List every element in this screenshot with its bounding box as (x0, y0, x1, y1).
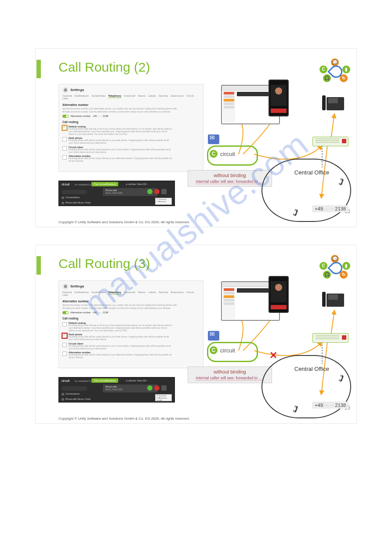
decline-call-icon[interactable] (154, 385, 160, 391)
gateway-device (312, 137, 348, 146)
routing-option[interactable]: Alternative number Incoming phone calls … (62, 351, 200, 359)
list-item[interactable]: Phone calls Neuss, Frank (62, 201, 97, 206)
c-icon: C (319, 262, 327, 270)
routing-option[interactable]: Default routing Incoming phone calls wil… (62, 322, 200, 332)
tab-security[interactable]: Security (159, 291, 168, 294)
tab-audiovideo[interactable]: Audio/Video (91, 291, 105, 294)
list-item[interactable]: Conversations (62, 392, 97, 397)
routing-option[interactable]: Circuit client Incoming phone calls will… (62, 146, 200, 154)
call-caller: Neuss, Frank (100) (105, 192, 123, 194)
settings-panel: ⚙Settings GeneralNotificationsAudio/Vide… (58, 84, 203, 172)
checkbox-icon[interactable] (62, 334, 67, 338)
list-item[interactable]: Conversations (62, 196, 97, 200)
tab-security[interactable]: Security (159, 94, 168, 97)
notifications-pill[interactable]: Turn on notifications (91, 378, 118, 383)
accept-call-icon[interactable] (147, 385, 152, 391)
tab-voicemail[interactable]: Voicemail (124, 94, 135, 97)
tab-labels[interactable]: Labels (148, 291, 156, 294)
circuit-tenant: for mediatest2 lv (75, 183, 91, 186)
tab-teams[interactable]: Teams (138, 291, 146, 294)
circuit-cloud: C circuit (207, 145, 255, 163)
checkbox-icon[interactable] (62, 352, 67, 356)
circuit-label: circuit (220, 347, 235, 354)
binding-note: without binding internal caller will see… (188, 170, 272, 187)
option-desc: Incoming phone calls will be routed dire… (69, 345, 173, 350)
tab-labels[interactable]: Labels (148, 94, 156, 97)
tab-notifications[interactable]: Notifications (74, 94, 89, 97)
binding-note: without binding internal caller will see… (188, 366, 272, 383)
checkbox-icon[interactable] (62, 126, 67, 130)
tab-notifications[interactable]: Notifications (74, 291, 89, 294)
central-office-label: Central Office (294, 169, 329, 176)
tab-extensions[interactable]: Extensions (171, 94, 184, 97)
settings-tabs: GeneralNotificationsAudio/VideoTelephony… (62, 291, 200, 296)
section-title: Alternative number (62, 300, 200, 303)
gear-icon[interactable]: ⚙ (62, 87, 69, 93)
gear-icon[interactable]: ⚙ (62, 283, 69, 290)
routing-option[interactable]: Alternative number Incoming phone calls … (62, 155, 200, 163)
network-diagram: C circuit ✕ without binding internal cal… (212, 276, 353, 408)
checkbox-icon[interactable] (62, 146, 67, 151)
option-desc: Incoming phone calls will be routed dire… (69, 149, 173, 154)
tab-extensions[interactable]: Extensions (171, 291, 184, 294)
settings-tabs: GeneralNotificationsAudio/VideoTelephony… (62, 94, 200, 100)
c-icon: C (319, 65, 327, 73)
call-title: Phone calls (105, 385, 117, 388)
tab-voicemail[interactable]: Voicemail (124, 291, 135, 294)
circuit-client-bar: circuit for mediatest2 lv Turn on notifi… (58, 181, 175, 206)
option-desc: Incoming phone calls will be routed dire… (69, 354, 173, 359)
device-icon: ▮ (342, 65, 350, 73)
section-desc: Specify the phone number of an alternati… (62, 107, 181, 113)
circuit-label: circuit (220, 151, 235, 157)
section-title: Call routing (62, 317, 200, 320)
note-title: without binding (191, 172, 269, 178)
network-diagram: C circuit without binding internal calle… (212, 80, 353, 211)
settings-header: ⚙Settings (62, 283, 200, 290)
toggle-icon[interactable] (62, 311, 69, 314)
presence-status[interactable]: ● LabUser Clara 192 – (126, 379, 148, 382)
tab-telephony[interactable]: Telephony (108, 94, 121, 98)
option-desc: Incoming phone calls will ring on all of… (69, 128, 173, 135)
feature-icon-cluster: C 💬 ▮ 🎧 ↻ (319, 255, 350, 279)
presentation-slide: Call Routing (3) 16 Copyright © Unify So… (35, 245, 357, 424)
search-input[interactable] (62, 190, 87, 194)
notifications-pill[interactable]: Turn on notifications (91, 182, 118, 186)
accent-bar (36, 60, 41, 78)
option-desc: Incoming phone calls will be routed dire… (69, 139, 173, 145)
accept-call-icon[interactable] (147, 189, 152, 194)
search-input[interactable] (62, 386, 87, 391)
presentation-slide: Call Routing (2) 15 Copyright © Unify So… (35, 48, 357, 227)
decline-call-icon[interactable] (154, 189, 160, 194)
call-options-icon[interactable] (161, 385, 167, 391)
list-item[interactable]: Phone calls Neuss, Frank (62, 398, 97, 402)
section-title: Alternative number (62, 103, 200, 106)
routing-option[interactable]: Desk phone Incoming phone calls will be … (62, 137, 200, 145)
alt-number-row: Alternative number +49 ··· ··· 2138 (62, 311, 200, 314)
headset-icon: 🎧 (323, 271, 331, 279)
toggle-icon[interactable] (62, 115, 69, 118)
call-options-icon[interactable] (161, 189, 167, 194)
call-title: Phone calls (105, 189, 117, 192)
circuit-logo: circuit (62, 183, 69, 186)
checkbox-icon[interactable] (62, 137, 67, 141)
checkbox-icon[interactable] (62, 155, 67, 160)
circuit-client-bar: circuit for mediatest2 lv Turn on notifi… (58, 377, 175, 403)
settings-panel: ⚙Settings GeneralNotificationsAudio/Vide… (58, 280, 203, 368)
desk-phone (322, 93, 348, 114)
tab-audiovideo[interactable]: Audio/Video (91, 94, 105, 97)
presence-status[interactable]: ● LabUser Clara 192 – (126, 183, 148, 185)
tab-teams[interactable]: Teams (138, 94, 146, 97)
headset-icon: 🎧 (323, 74, 331, 82)
settings-header: ⚙Settings (62, 87, 200, 93)
note-title: without binding (191, 369, 269, 375)
routing-option[interactable]: Desk phone Incoming phone calls will be … (62, 333, 200, 341)
routing-option[interactable]: Circuit client Incoming phone calls will… (62, 342, 200, 350)
checkbox-icon[interactable] (62, 322, 67, 326)
tab-telephony[interactable]: Telephony (108, 291, 121, 294)
routing-option[interactable]: Default routing Incoming phone calls wil… (62, 125, 200, 135)
alt-number-row: Alternative number +49 ··· ··· 2138 (62, 115, 200, 118)
copyright-text: Copyright © Unify Software and Solutions… (58, 417, 190, 421)
section-title: Call routing (62, 120, 200, 123)
checkbox-icon[interactable] (62, 343, 67, 347)
circuit-logo-icon: C (210, 150, 218, 158)
